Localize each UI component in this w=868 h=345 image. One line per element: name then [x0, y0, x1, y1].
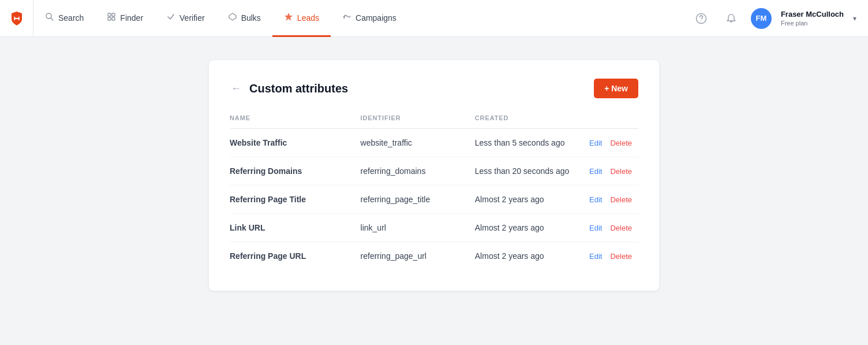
delete-button[interactable]: Delete: [610, 139, 632, 147]
delete-button[interactable]: Delete: [610, 224, 632, 232]
avatar[interactable]: FM: [751, 8, 772, 29]
cell-created: Almost 2 years ago: [475, 242, 589, 270]
custom-attributes-card: ← Custom attributes + New NAME IDENTIFIE…: [209, 60, 659, 291]
new-attribute-button[interactable]: + New: [594, 79, 638, 98]
edit-button[interactable]: Edit: [589, 224, 602, 232]
svg-rect-4: [112, 17, 115, 20]
cell-actions: Edit Delete: [589, 242, 638, 270]
table-head: NAME IDENTIFIER CREATED: [230, 114, 638, 129]
table-row: Referring Domains referring_domains Less…: [230, 157, 638, 186]
nav-item-bulks[interactable]: Bulks: [216, 1, 272, 37]
finder-icon: [107, 12, 116, 24]
cell-actions: Edit Delete: [589, 186, 638, 214]
nav-label-finder: Finder: [120, 13, 143, 23]
svg-point-6: [701, 20, 702, 21]
nav-right: FM Fraser McCulloch Free plan ▾: [691, 8, 868, 29]
svg-rect-1: [108, 13, 111, 16]
app-logo[interactable]: [0, 0, 33, 37]
nav-label-leads: Leads: [297, 13, 319, 23]
edit-button[interactable]: Edit: [589, 167, 602, 176]
delete-button[interactable]: Delete: [610, 167, 632, 176]
cell-identifier: referring_page_title: [361, 186, 475, 214]
main-content: ← Custom attributes + New NAME IDENTIFIE…: [0, 37, 868, 345]
cell-actions: Edit Delete: [589, 129, 638, 157]
delete-button[interactable]: Delete: [610, 252, 632, 261]
table-body: Website Traffic website_traffic Less tha…: [230, 129, 638, 270]
nav-label-search: Search: [58, 13, 84, 23]
nav-items: Search Finder Verifier Bulks Leads: [33, 0, 691, 36]
cell-created: Less than 20 seconds ago: [475, 157, 589, 186]
svg-rect-3: [108, 17, 111, 20]
delete-button[interactable]: Delete: [610, 195, 632, 204]
table-row: Referring Page URL referring_page_url Al…: [230, 242, 638, 270]
leads-icon: [284, 12, 293, 24]
user-dropdown-caret[interactable]: ▾: [853, 14, 856, 23]
cell-name: Referring Page Title: [230, 186, 361, 214]
help-button[interactable]: [691, 8, 712, 29]
nav-label-bulks: Bulks: [241, 13, 261, 23]
nav-item-verifier[interactable]: Verifier: [155, 1, 216, 37]
campaigns-icon: [342, 12, 351, 24]
notifications-button[interactable]: [721, 8, 742, 29]
user-name: Fraser McCulloch: [781, 10, 844, 20]
card-title-area: ← Custom attributes: [230, 81, 348, 96]
col-header-name: NAME: [230, 114, 361, 129]
col-header-actions: [589, 114, 638, 129]
edit-button[interactable]: Edit: [589, 252, 602, 261]
cell-actions: Edit Delete: [589, 157, 638, 186]
search-icon: [45, 12, 54, 24]
back-button[interactable]: ←: [230, 81, 242, 96]
page-title: Custom attributes: [249, 82, 348, 95]
col-header-created: CREATED: [475, 114, 589, 129]
edit-button[interactable]: Edit: [589, 139, 602, 147]
cell-identifier: link_url: [361, 214, 475, 242]
cell-name: Website Traffic: [230, 129, 361, 157]
cell-actions: Edit Delete: [589, 214, 638, 242]
edit-button[interactable]: Edit: [589, 195, 602, 204]
nav-item-finder[interactable]: Finder: [95, 1, 155, 37]
col-header-identifier: IDENTIFIER: [361, 114, 475, 129]
cell-created: Less than 5 seconds ago: [475, 129, 589, 157]
table-row: Referring Page Title referring_page_titl…: [230, 186, 638, 214]
nav-item-campaigns[interactable]: Campaigns: [331, 1, 408, 37]
attributes-table: NAME IDENTIFIER CREATED Website Traffic …: [230, 114, 638, 270]
user-plan: Free plan: [781, 20, 844, 27]
svg-rect-2: [112, 13, 115, 16]
navbar: Search Finder Verifier Bulks Leads: [0, 0, 868, 37]
card-header: ← Custom attributes + New: [230, 79, 638, 98]
bulks-icon: [228, 12, 237, 24]
cell-name: Link URL: [230, 214, 361, 242]
nav-label-campaigns: Campaigns: [356, 13, 396, 23]
user-info[interactable]: Fraser McCulloch Free plan: [781, 10, 844, 27]
cell-created: Almost 2 years ago: [475, 186, 589, 214]
cell-name: Referring Page URL: [230, 242, 361, 270]
cell-identifier: website_traffic: [361, 129, 475, 157]
nav-item-search[interactable]: Search: [33, 1, 95, 37]
table-row: Website Traffic website_traffic Less tha…: [230, 129, 638, 157]
verifier-icon: [166, 12, 175, 24]
nav-item-leads[interactable]: Leads: [272, 1, 331, 37]
cell-name: Referring Domains: [230, 157, 361, 186]
cell-identifier: referring_domains: [361, 157, 475, 186]
nav-label-verifier: Verifier: [179, 13, 205, 23]
cell-identifier: referring_page_url: [361, 242, 475, 270]
table-row: Link URL link_url Almost 2 years ago Edi…: [230, 214, 638, 242]
cell-created: Almost 2 years ago: [475, 214, 589, 242]
